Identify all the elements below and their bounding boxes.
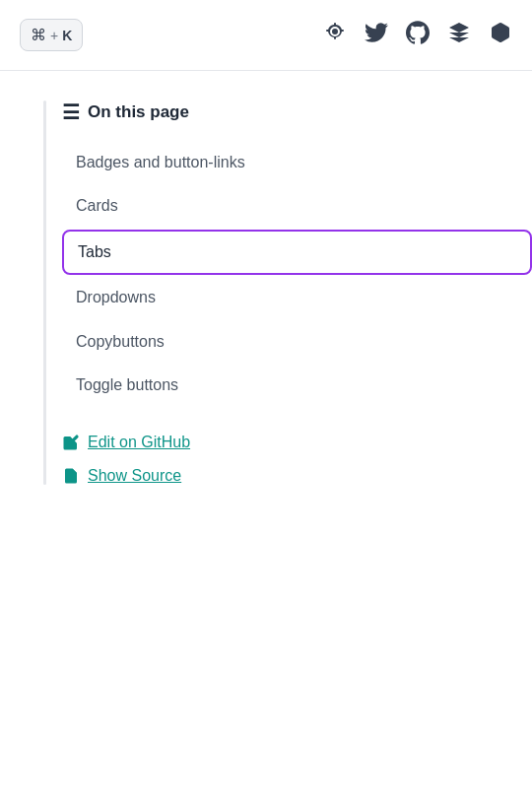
sidebar-heading-text: On this page [88, 102, 189, 122]
document-icon [62, 467, 80, 485]
cmd-symbol: ⌘ [31, 26, 46, 44]
nav-item-dropdowns[interactable]: Dropdowns [62, 277, 532, 318]
main-content: ☰ On this page Badges and button-links C… [0, 71, 532, 485]
show-source-link[interactable]: Show Source [62, 467, 532, 485]
toolbar: ⌘ + K [0, 0, 532, 71]
toolbar-icons [323, 21, 512, 50]
list-icon: ☰ [62, 101, 80, 124]
box-icon[interactable] [489, 21, 512, 50]
nav-item-copybuttons[interactable]: Copybuttons [62, 321, 532, 363]
edit-on-github-link[interactable]: Edit on GitHub [62, 434, 532, 451]
sidebar-divider [62, 406, 532, 434]
plus-symbol: + [50, 28, 58, 43]
sidebar-nav: Badges and button-links Cards Tabs Dropd… [62, 142, 532, 406]
nav-item-toggle-buttons[interactable]: Toggle buttons [62, 365, 532, 406]
nav-item-badges[interactable]: Badges and button-links [62, 142, 532, 183]
cube-icon[interactable] [447, 21, 471, 50]
settings-icon[interactable] [323, 21, 347, 50]
twitter-icon[interactable] [365, 21, 388, 50]
github-icon[interactable] [406, 21, 430, 50]
nav-item-cards[interactable]: Cards [62, 185, 532, 227]
sidebar-links: Edit on GitHub Show Source [62, 434, 532, 485]
key-k: K [62, 28, 72, 43]
keyboard-shortcut[interactable]: ⌘ + K [20, 19, 83, 51]
sidebar-heading: ☰ On this page [62, 101, 532, 124]
pencil-icon [62, 434, 80, 451]
nav-item-tabs[interactable]: Tabs [62, 230, 532, 275]
